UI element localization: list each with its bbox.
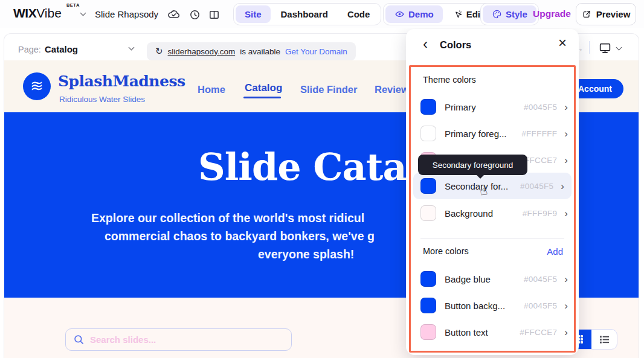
color-row-primary-foreground[interactable]: Primary foreg... #FFFFFF › bbox=[420, 121, 568, 146]
app-window: WIXVibe BETA Slide Rhapsody Site Da bbox=[0, 0, 644, 358]
color-row-badge-blue[interactable]: Badge blue #0045F5 › bbox=[420, 266, 568, 292]
chevron-right-icon[interactable]: › bbox=[564, 208, 568, 219]
chevron-right-icon[interactable]: › bbox=[564, 129, 568, 139]
search-icon bbox=[73, 334, 85, 345]
nav-home[interactable]: Home bbox=[198, 84, 225, 95]
chevron-right-icon[interactable]: › bbox=[564, 274, 568, 284]
project-name: Slide Rhapsody bbox=[95, 9, 158, 19]
chevron-right-icon[interactable]: › bbox=[561, 181, 564, 191]
preview-button[interactable]: Preview bbox=[576, 3, 636, 25]
list-view-icon bbox=[599, 334, 610, 345]
hero-subtitle-line: everyone splash! bbox=[258, 248, 354, 261]
device-desktop-icon[interactable] bbox=[599, 42, 611, 54]
chevron-right-icon[interactable]: › bbox=[564, 301, 568, 311]
tab-site[interactable]: Site bbox=[236, 5, 271, 23]
view-tab-group: Site Dashboard Code bbox=[233, 3, 381, 25]
color-swatch[interactable] bbox=[420, 324, 436, 340]
section-heading-more: More colors bbox=[423, 246, 469, 256]
mode-tab-group: Demo Edit bbox=[383, 3, 495, 25]
wix-vibe-logo[interactable]: WIXVibe BETA bbox=[13, 6, 62, 21]
chevron-right-icon[interactable]: › bbox=[564, 102, 568, 112]
color-row-background[interactable]: Background #FFF9F9 › bbox=[420, 200, 568, 226]
page-selector-value[interactable]: Catalog bbox=[45, 44, 78, 54]
close-icon[interactable]: × bbox=[558, 36, 567, 50]
color-swatch[interactable] bbox=[420, 298, 436, 313]
wave-icon: ≋ bbox=[30, 78, 43, 94]
search-input[interactable] bbox=[90, 334, 271, 345]
color-row-primary[interactable]: Primary #0045F5 › bbox=[420, 94, 568, 120]
colors-panel: ‹ Colors × Theme colors Primary #0045F5 … bbox=[406, 29, 579, 355]
section-divider bbox=[420, 238, 564, 239]
active-nav-underline bbox=[243, 97, 281, 98]
color-swatch[interactable] bbox=[420, 205, 436, 221]
color-swatch[interactable] bbox=[420, 126, 436, 141]
tab-dashboard[interactable]: Dashboard bbox=[272, 5, 337, 23]
cloud-sync-icon[interactable] bbox=[167, 8, 180, 21]
tooltip: Secondary foreground bbox=[418, 155, 527, 175]
eye-icon bbox=[394, 9, 405, 19]
color-row-button-background[interactable]: Button backg... #0045F5 › bbox=[420, 293, 568, 318]
color-row-button-text[interactable]: Button text #FFCCE7 › bbox=[420, 319, 568, 345]
nav-catalog[interactable]: Catalog bbox=[245, 82, 282, 94]
back-icon[interactable]: ‹ bbox=[423, 37, 428, 51]
tab-demo[interactable]: Demo bbox=[385, 5, 443, 23]
split-view-icon[interactable] bbox=[207, 8, 221, 21]
site-tagline: Ridiculous Water Slides bbox=[59, 95, 145, 104]
color-swatch[interactable] bbox=[420, 99, 436, 115]
chevron-right-icon[interactable]: › bbox=[564, 155, 568, 165]
cursor-icon bbox=[453, 10, 463, 19]
color-row-secondary-foreground[interactable]: Secondary for... #0045F5 › bbox=[413, 173, 572, 199]
toolbar-divider bbox=[589, 41, 590, 54]
domain-name[interactable]: sliderhapsody.com bbox=[168, 47, 236, 56]
add-color-link[interactable]: Add bbox=[547, 246, 563, 257]
domain-banner: ↻ sliderhapsody.com is available Get You… bbox=[147, 42, 356, 60]
section-heading-theme: Theme colors bbox=[423, 75, 476, 85]
external-link-icon bbox=[582, 10, 591, 19]
nav-review[interactable]: Review bbox=[375, 84, 409, 95]
hero-subtitle-line: Explore our collection of the world's mo… bbox=[91, 211, 364, 225]
style-tab-group: Style bbox=[480, 3, 539, 25]
search-bar[interactable] bbox=[65, 328, 292, 351]
upgrade-link[interactable]: Upgrade bbox=[533, 8, 571, 19]
hero-subtitle-line: commercial chaos to backyard bonkers, we… bbox=[105, 229, 375, 243]
get-domain-link[interactable]: Get Your Domain bbox=[285, 47, 347, 56]
site-logo[interactable]: ≋ bbox=[23, 72, 51, 100]
wix-logo-text: WIX bbox=[13, 6, 36, 20]
chevron-down-icon[interactable] bbox=[80, 10, 86, 16]
chevron-right-icon[interactable]: › bbox=[564, 327, 568, 337]
beta-badge: BETA bbox=[66, 2, 80, 8]
nav-slide-finder[interactable]: Slide Finder bbox=[300, 84, 357, 95]
top-bar: WIXVibe BETA Slide Rhapsody Site Da bbox=[0, 0, 644, 28]
palette-icon bbox=[492, 9, 502, 19]
color-swatch[interactable] bbox=[420, 271, 436, 287]
version-history-icon[interactable] bbox=[188, 8, 201, 21]
tab-style[interactable]: Style bbox=[483, 5, 536, 23]
panel-title: Colors bbox=[440, 39, 471, 51]
list-view-button[interactable] bbox=[591, 330, 617, 349]
domain-availability: is available bbox=[240, 47, 280, 56]
site-name: SplashMadness bbox=[58, 72, 185, 90]
tab-code[interactable]: Code bbox=[338, 5, 379, 23]
refresh-icon[interactable]: ↻ bbox=[155, 46, 163, 57]
page-selector-label: Page: bbox=[18, 45, 41, 54]
color-swatch[interactable] bbox=[420, 178, 436, 194]
